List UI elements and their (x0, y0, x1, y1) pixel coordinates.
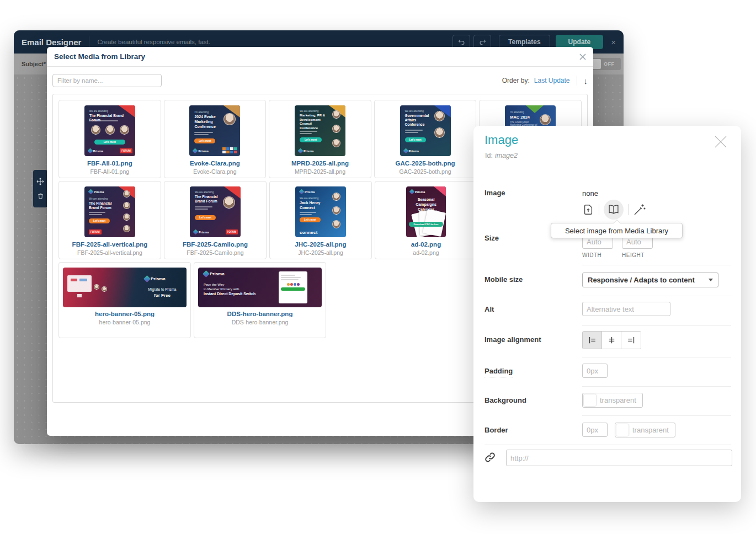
upload-file-icon[interactable] (582, 204, 594, 216)
thumb-title: Seasonal Campaigns Calendar (412, 197, 440, 212)
prisma-logo: Prisma (404, 149, 419, 153)
avatar (540, 114, 551, 125)
mobile-size-label: Mobile size (485, 275, 523, 284)
alt-input[interactable] (582, 302, 670, 316)
avatar (434, 111, 445, 121)
media-name[interactable]: ad-02.png (375, 241, 477, 248)
media-name[interactable]: JHC-2025-all.png (270, 241, 371, 248)
media-card-gac-2025[interactable]: We are attending Governmental Affairs Co… (374, 100, 477, 178)
media-card-evoke-clara[interactable]: I'm attending 2024 Evoke Marketing Confe… (164, 100, 267, 178)
avatar (120, 125, 129, 135)
media-subname: MPRD-2025-all.png (269, 168, 371, 175)
color-swatch (584, 394, 596, 406)
sort-direction-icon[interactable]: ↓ (584, 76, 588, 86)
thumbnail-hero-banner-05: Prisma Migrate to Prisma for Free (63, 268, 187, 307)
media-name[interactable]: MPRD-2025-all.png (269, 160, 371, 167)
avatar (332, 110, 340, 119)
media-library-button[interactable] (604, 200, 624, 220)
alt-label: Alt (485, 305, 494, 313)
height-caption: HEIGHT (622, 252, 645, 258)
modal-header: Select Media from Library (47, 47, 593, 67)
thumb-eyebrow: I'm attending (194, 111, 209, 114)
media-card-jhc-2025[interactable]: Prisma We are attending Jack Henry Conne… (269, 181, 372, 259)
modal-close-icon[interactable] (579, 54, 586, 60)
media-name[interactable]: FBF-2025-Camilo.png (164, 241, 266, 248)
divider (582, 386, 731, 387)
avatar (123, 202, 130, 209)
thumbnail-mprd-2025: We are attending Marketing, PR & Develop… (295, 105, 345, 156)
prisma-logo: Prisma (194, 230, 209, 234)
order-by-value-link[interactable]: Last Update (534, 77, 570, 84)
trash-icon[interactable] (37, 193, 44, 200)
size-row-label: Size (485, 234, 499, 242)
filter-row: Order by: Last Update ↓ (52, 74, 588, 87)
media-name[interactable]: FBF-All-01.png (59, 160, 161, 167)
border-color-picker[interactable]: transparent (615, 423, 675, 437)
media-card-mprd-2025[interactable]: We are attending Marketing, PR & Develop… (269, 100, 371, 178)
thumb-button: Let's meet (300, 217, 321, 222)
avatar (223, 113, 236, 125)
thumb-line: to Member Primacy with (204, 287, 264, 292)
align-right-icon (627, 336, 635, 344)
avatar (105, 125, 115, 135)
width-caption: WIDTH (582, 252, 601, 258)
thumb-eyebrow: We are attending (405, 110, 424, 113)
media-card-fbf-all-01[interactable]: We are attending The Financial Brand For… (58, 100, 161, 178)
thumb-line: Pave the Way (204, 283, 264, 287)
link-url-input[interactable] (506, 450, 732, 466)
decor (222, 147, 237, 153)
thumb-eyebrow: We are attending (89, 197, 108, 200)
background-color-value: transparent (600, 396, 636, 404)
window-close-icon[interactable]: × (611, 38, 616, 47)
media-subname: GAC-2025-both.png (375, 168, 476, 175)
thumb-eyebrow: We are attending (300, 110, 318, 113)
icon-separator (628, 204, 629, 215)
media-card-hero-banner-05[interactable]: Prisma Migrate to Prisma for Free hero-b… (58, 262, 191, 338)
border-width-input[interactable] (582, 423, 608, 437)
open-book-icon (608, 204, 620, 216)
avatar (332, 220, 340, 228)
move-icon[interactable] (36, 178, 44, 185)
thumb-button: Let's meet (89, 218, 110, 223)
off-toggle[interactable]: OFF (589, 58, 621, 70)
image-source-buttons (582, 200, 646, 220)
divider (582, 265, 731, 265)
thumb-button: Let's meet (195, 215, 216, 220)
media-subname: DDS-hero-banner.png (194, 319, 326, 325)
background-color-picker[interactable]: transparent (582, 393, 643, 408)
decor (89, 212, 111, 215)
magic-wand-icon[interactable] (633, 203, 646, 216)
avatar (94, 284, 99, 290)
thumb-title: The Financial Brand Forum (89, 201, 115, 210)
media-name[interactable]: FBF-2025-all-vertical.png (59, 241, 161, 248)
background-label: Background (485, 396, 526, 404)
subject-label: Subject* (22, 61, 46, 67)
avatar (332, 206, 340, 215)
media-name[interactable]: Evoke-Clara.png (164, 160, 266, 167)
thumbnail-evoke-clara: I'm attending 2024 Evoke Marketing Confe… (189, 105, 240, 156)
thumbnail-dds-hero-banner: Prisma Pave the Way to Member Primacy wi… (198, 268, 322, 307)
divider (582, 415, 731, 416)
panel-close-icon[interactable] (712, 134, 729, 150)
media-name[interactable]: GAC-2025-both.png (375, 160, 476, 167)
media-name[interactable]: DDS-hero-banner.png (194, 311, 326, 317)
align-left-button[interactable] (583, 332, 602, 349)
filter-input[interactable] (52, 74, 162, 87)
align-right-button[interactable] (621, 332, 641, 349)
decor (79, 279, 87, 281)
media-card-ad-02[interactable]: Prisma Seasonal Campaigns Calendar Downl… (375, 181, 477, 259)
avatar (123, 213, 130, 221)
padding-input[interactable] (582, 364, 608, 378)
thumb-title: MAC 2024 (510, 115, 539, 120)
media-card-fbf-vertical[interactable]: Prisma We are attending The Financial Br… (58, 181, 161, 259)
media-subname: FBF-2025-Camilo.png (164, 249, 266, 256)
mobile-size-select[interactable]: Responsive / Adapts to content (582, 273, 718, 287)
media-card-dds-hero-banner[interactable]: Prisma Pave the Way to Member Primacy wi… (194, 262, 326, 338)
icon-separator (599, 204, 599, 215)
media-card-fbf-camilo[interactable]: We are attending The Financial Brand For… (164, 181, 267, 259)
divider (582, 296, 731, 296)
media-name[interactable]: hero-banner-05.png (59, 311, 190, 317)
prisma-logo: Prisma (299, 149, 313, 153)
align-center-button[interactable] (602, 332, 621, 349)
order-by-label: Order by: (502, 77, 530, 84)
